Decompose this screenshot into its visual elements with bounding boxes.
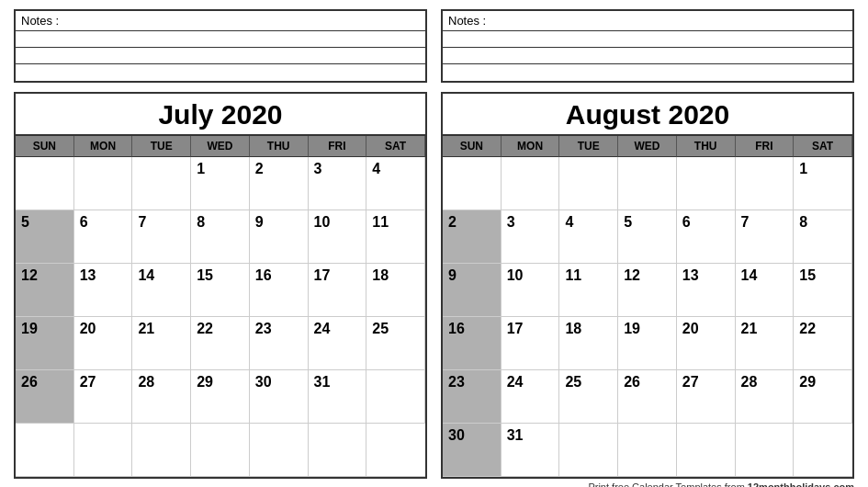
cal-cell: 1 bbox=[191, 157, 250, 210]
cal-cell bbox=[366, 370, 425, 424]
cal-cell: 10 bbox=[502, 264, 560, 317]
cal-header-tue: TUE bbox=[132, 136, 191, 157]
july-grid: SUNMONTUEWEDTHUFRISAT1234567891011121314… bbox=[16, 136, 425, 477]
notes-right: Notes : bbox=[441, 9, 854, 83]
cal-cell: 8 bbox=[794, 210, 852, 264]
july-calendar: July 2020 SUNMONTUEWEDTHUFRISAT123456789… bbox=[14, 92, 427, 479]
cal-cell: 20 bbox=[74, 317, 133, 370]
cal-cell: 5 bbox=[16, 210, 74, 264]
cal-header-mon: MON bbox=[74, 136, 133, 157]
notes-left: Notes : bbox=[14, 9, 427, 83]
cal-cell: 6 bbox=[74, 210, 133, 264]
cal-cell bbox=[677, 424, 736, 477]
cal-cell bbox=[618, 157, 677, 210]
notes-right-line2 bbox=[443, 48, 852, 64]
cal-header-mon: MON bbox=[502, 136, 560, 157]
cal-cell: 4 bbox=[366, 157, 425, 210]
cal-cell bbox=[677, 157, 736, 210]
cal-cell bbox=[250, 424, 309, 477]
cal-cell: 13 bbox=[74, 264, 133, 317]
cal-header-sun: SUN bbox=[443, 136, 502, 157]
cal-cell bbox=[794, 424, 852, 477]
cal-cell bbox=[74, 157, 133, 210]
cal-cell: 9 bbox=[250, 210, 309, 264]
cal-cell bbox=[132, 424, 191, 477]
notes-left-label: Notes : bbox=[16, 11, 425, 31]
cal-cell bbox=[559, 157, 618, 210]
cal-cell: 20 bbox=[677, 317, 736, 370]
cal-cell: 27 bbox=[74, 370, 133, 424]
cal-cell: 18 bbox=[366, 264, 425, 317]
cal-header-thu: THU bbox=[677, 136, 736, 157]
cal-cell: 7 bbox=[132, 210, 191, 264]
footer-site: 12monthholidays.com bbox=[748, 481, 854, 487]
cal-cell bbox=[559, 424, 618, 477]
cal-cell: 24 bbox=[309, 317, 367, 370]
cal-cell: 26 bbox=[618, 370, 677, 424]
cal-cell: 30 bbox=[443, 424, 502, 477]
cal-cell: 22 bbox=[794, 317, 852, 370]
cal-cell: 6 bbox=[677, 210, 736, 264]
cal-cell: 31 bbox=[309, 370, 367, 424]
cal-cell: 12 bbox=[16, 264, 74, 317]
cal-cell: 21 bbox=[736, 317, 795, 370]
cal-cell bbox=[191, 424, 250, 477]
cal-cell: 3 bbox=[309, 157, 367, 210]
cal-cell: 7 bbox=[736, 210, 795, 264]
july-title: July 2020 bbox=[16, 94, 425, 136]
cal-cell bbox=[736, 424, 795, 477]
cal-cell: 2 bbox=[250, 157, 309, 210]
cal-cell: 26 bbox=[16, 370, 74, 424]
cal-cell: 24 bbox=[502, 370, 560, 424]
cal-cell: 16 bbox=[443, 317, 502, 370]
cal-cell: 13 bbox=[677, 264, 736, 317]
notes-right-line1 bbox=[443, 31, 852, 48]
cal-cell bbox=[16, 157, 74, 210]
cal-cell: 8 bbox=[191, 210, 250, 264]
cal-cell: 17 bbox=[502, 317, 560, 370]
cal-cell: 31 bbox=[502, 424, 560, 477]
cal-cell: 25 bbox=[366, 317, 425, 370]
cal-cell: 29 bbox=[191, 370, 250, 424]
cal-cell: 1 bbox=[794, 157, 852, 210]
cal-header-sat: SAT bbox=[366, 136, 425, 157]
cal-cell bbox=[309, 424, 367, 477]
footer-text: Print free Calendar Templates from bbox=[588, 481, 747, 487]
notes-left-line1 bbox=[16, 31, 425, 48]
cal-cell: 23 bbox=[250, 317, 309, 370]
cal-cell: 11 bbox=[366, 210, 425, 264]
cal-cell: 18 bbox=[559, 317, 618, 370]
notes-section: Notes : Notes : bbox=[14, 9, 854, 83]
cal-header-wed: WED bbox=[191, 136, 250, 157]
cal-cell: 14 bbox=[736, 264, 795, 317]
cal-cell: 22 bbox=[191, 317, 250, 370]
cal-cell: 2 bbox=[443, 210, 502, 264]
cal-header-wed: WED bbox=[618, 136, 677, 157]
cal-cell: 5 bbox=[618, 210, 677, 264]
cal-header-thu: THU bbox=[250, 136, 309, 157]
cal-cell: 19 bbox=[618, 317, 677, 370]
cal-header-fri: FRI bbox=[736, 136, 795, 157]
cal-cell: 28 bbox=[736, 370, 795, 424]
august-grid: SUNMONTUEWEDTHUFRISAT1234567891011121314… bbox=[443, 136, 852, 477]
cal-cell: 4 bbox=[559, 210, 618, 264]
cal-cell: 30 bbox=[250, 370, 309, 424]
cal-cell: 14 bbox=[132, 264, 191, 317]
cal-cell: 25 bbox=[559, 370, 618, 424]
august-title: August 2020 bbox=[443, 94, 852, 136]
calendars-section: July 2020 SUNMONTUEWEDTHUFRISAT123456789… bbox=[14, 92, 854, 479]
cal-cell: 19 bbox=[16, 317, 74, 370]
cal-cell bbox=[502, 157, 560, 210]
cal-cell bbox=[74, 424, 133, 477]
cal-cell: 11 bbox=[559, 264, 618, 317]
cal-cell: 3 bbox=[502, 210, 560, 264]
footer: Print free Calendar Templates from 12mon… bbox=[14, 479, 854, 487]
cal-cell: 15 bbox=[191, 264, 250, 317]
cal-cell: 9 bbox=[443, 264, 502, 317]
cal-header-fri: FRI bbox=[309, 136, 367, 157]
cal-cell: 23 bbox=[443, 370, 502, 424]
cal-header-tue: TUE bbox=[559, 136, 618, 157]
cal-cell bbox=[618, 424, 677, 477]
cal-cell bbox=[16, 424, 74, 477]
cal-cell bbox=[736, 157, 795, 210]
